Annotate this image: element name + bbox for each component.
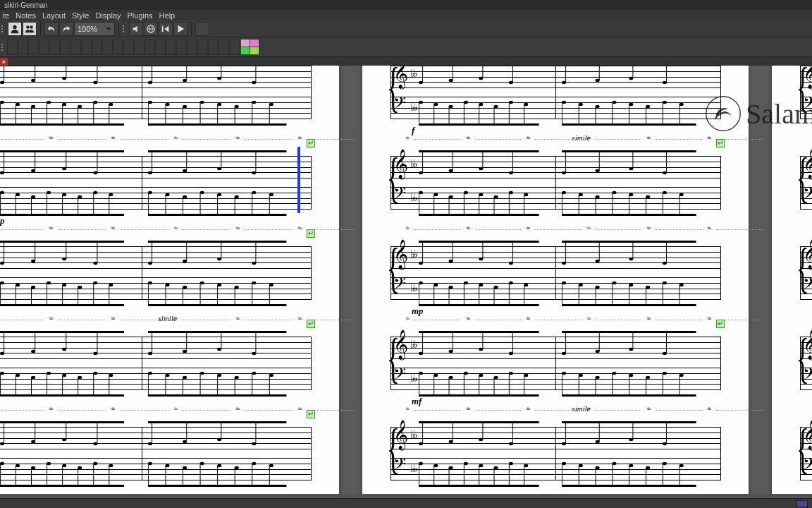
note-group[interactable]	[0, 420, 124, 448]
palette-slot[interactable]	[144, 40, 155, 55]
staff-system[interactable]: {𝄞♭♭𝄢♭♭𝆮𝆮𝆮𝆮𝆮𝆮	[772, 66, 812, 150]
new-score-button[interactable]	[8, 22, 22, 36]
pedal-marking[interactable]: 𝆮	[48, 135, 53, 143]
dynamic-marking[interactable]: mp	[412, 306, 424, 317]
pedal-marking[interactable]: 𝆮	[173, 225, 178, 234]
palette-slot[interactable]	[208, 40, 219, 55]
palette-slot[interactable]	[18, 40, 28, 55]
sound-button[interactable]	[129, 22, 143, 36]
note-group[interactable]	[419, 66, 539, 87]
note-group[interactable]	[562, 369, 696, 397]
line-break-marker[interactable]: ↵	[307, 139, 315, 147]
bass-staff[interactable]: 𝄢♭♭	[0, 97, 311, 123]
pedal-marking[interactable]: 𝆮	[110, 225, 115, 234]
rewind-button[interactable]	[159, 22, 173, 36]
palette-slot[interactable]	[166, 40, 176, 55]
note-group[interactable]	[0, 188, 124, 217]
staff-system[interactable]: {𝄞♭♭𝄢♭♭↵𝆮𝆮𝆮𝆮𝆮𝆮	[362, 156, 749, 241]
bass-staff[interactable]: 𝄢♭♭	[800, 368, 812, 394]
staff-system[interactable]: {𝄞♭♭𝄢♭♭↵mp𝆮𝆮𝆮𝆮𝆮𝆮	[0, 156, 339, 241]
voice-1-swatch[interactable]	[241, 40, 250, 47]
system-barline[interactable]	[555, 246, 556, 300]
bass-staff[interactable]: 𝄢♭♭	[800, 277, 812, 304]
dynamic-marking[interactable]: mf	[412, 396, 422, 407]
note-group[interactable]	[562, 149, 696, 177]
treble-staff[interactable]: 𝄞♭♭	[800, 337, 812, 363]
pedal-marking[interactable]: 𝆮	[235, 315, 240, 324]
pedal-marking[interactable]: 𝆮	[48, 406, 53, 414]
palette-slot[interactable]	[92, 40, 102, 55]
system-barline[interactable]	[720, 337, 721, 390]
pedal-marking[interactable]: 𝆮	[297, 135, 302, 143]
system-barline[interactable]	[390, 337, 391, 390]
voice-2-swatch[interactable]	[250, 40, 259, 47]
menu-item[interactable]: Layout	[42, 11, 66, 20]
system-barline[interactable]	[390, 427, 391, 480]
note-group[interactable]	[562, 66, 696, 87]
system-barline[interactable]	[311, 66, 312, 119]
palette-slot[interactable]	[176, 40, 187, 55]
system-barline[interactable]	[720, 66, 721, 119]
palette-slot[interactable]	[81, 40, 92, 55]
note-group[interactable]	[0, 329, 124, 358]
palette-slot[interactable]	[155, 40, 166, 55]
system-barline[interactable]	[311, 337, 312, 390]
staff-system[interactable]: {𝄞♭♭𝄢♭♭mp𝆮𝆮𝆮𝆮𝆮𝆮	[362, 246, 749, 331]
pedal-marking[interactable]: 𝆮	[465, 225, 470, 234]
palette-slot[interactable]	[70, 40, 81, 55]
palette-slot[interactable]	[39, 40, 49, 55]
note-group[interactable]	[419, 329, 539, 358]
pedal-marking[interactable]: 𝆮	[525, 135, 530, 143]
pedal-marking[interactable]: 𝆮	[235, 406, 240, 414]
menu-item[interactable]: te	[3, 11, 9, 20]
staff-system[interactable]: {𝄞♭♭𝄢♭♭𝆮𝆮𝆮𝆮𝆮𝆮	[772, 156, 812, 241]
pedal-marking[interactable]: 𝆮	[173, 315, 178, 324]
palette-slot[interactable]	[187, 40, 197, 55]
system-barline[interactable]	[800, 337, 801, 390]
palette-slot[interactable]	[49, 40, 60, 55]
note-group[interactable]	[148, 188, 286, 217]
pedal-marking[interactable]: 𝆮	[646, 406, 651, 414]
system-barline[interactable]	[390, 156, 391, 210]
pedal-marking[interactable]: 𝆮	[706, 406, 711, 414]
palette-slot[interactable]	[229, 40, 240, 55]
note-group[interactable]	[562, 239, 696, 267]
palette-slot[interactable]	[113, 40, 123, 55]
bass-staff[interactable]: 𝄢♭♭	[0, 458, 311, 485]
treble-staff[interactable]: 𝄞♭♭	[800, 66, 812, 92]
system-barline[interactable]	[142, 66, 142, 119]
note-group[interactable]	[419, 420, 539, 448]
bass-staff[interactable]: 𝄢♭♭	[800, 97, 812, 123]
palette-slot[interactable]	[197, 40, 208, 55]
pedal-marking[interactable]: 𝆮	[646, 315, 651, 324]
staff-system[interactable]: {𝄞♭♭𝄢♭♭↵mfsimile𝆮𝆮𝆮𝆮𝆮𝆮	[362, 337, 749, 421]
pedal-marking[interactable]: 𝆮	[110, 406, 115, 414]
system-barline[interactable]	[800, 246, 801, 300]
extra-button[interactable]	[195, 22, 209, 36]
voice-4-swatch[interactable]	[250, 47, 259, 54]
bass-staff[interactable]: 𝄢♭♭	[0, 368, 311, 394]
toolbar-handle[interactable]	[1, 22, 5, 36]
document-tab[interactable]: ×	[0, 58, 8, 66]
pedal-marking[interactable]: 𝆮	[405, 225, 410, 234]
note-group[interactable]	[0, 66, 124, 87]
toolbar-handle[interactable]	[1, 40, 5, 54]
bass-staff[interactable]: 𝄢♭♭	[0, 187, 311, 214]
note-group[interactable]	[148, 369, 286, 397]
palette-slot[interactable]	[7, 40, 18, 55]
pedal-marking[interactable]: 𝆮	[405, 406, 410, 414]
bass-staff[interactable]: 𝄢♭♭	[0, 277, 311, 304]
treble-staff[interactable]: 𝄞♭♭	[800, 427, 812, 454]
note-group[interactable]	[562, 188, 696, 217]
treble-staff[interactable]: 𝄞♭♭	[800, 156, 812, 183]
system-barline[interactable]	[555, 337, 556, 390]
note-group[interactable]	[148, 459, 286, 488]
system-barline[interactable]	[390, 66, 391, 119]
system-barline[interactable]	[555, 156, 556, 210]
system-barline[interactable]	[390, 246, 391, 300]
note-group[interactable]	[148, 329, 286, 358]
pedal-marking[interactable]: 𝆮	[706, 135, 711, 143]
pedal-marking[interactable]: 𝆮	[173, 406, 178, 414]
group-button[interactable]	[23, 22, 37, 36]
note-group[interactable]	[419, 98, 539, 126]
